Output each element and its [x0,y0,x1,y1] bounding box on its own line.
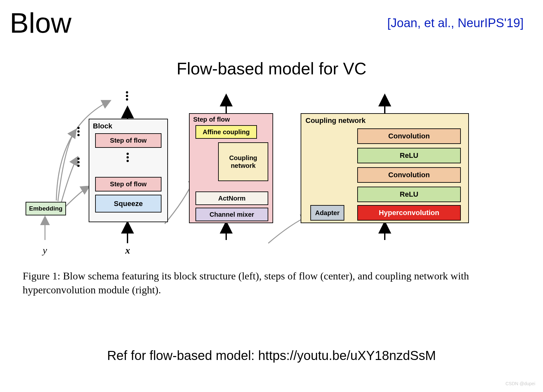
relu-label: ReLU [400,190,418,199]
squeeze-box: Squeeze [95,195,161,212]
ellipsis-icon [127,153,129,162]
actnorm-box: ActNorm [195,191,268,205]
watermark: CSDN @dupei [505,381,535,386]
x-label: x [125,245,130,256]
figure-diagram: Embedding Block Step of flow Step of flo… [19,88,524,259]
step-of-flow-title: Step of flow [193,116,230,123]
reference-line: Ref for flow-based model: https://youtu.… [0,348,543,363]
step-label: Step of flow [110,137,147,144]
relu-box: ReLU [357,148,461,163]
ellipsis-icon [126,91,128,101]
affine-label: Affine coupling [203,128,250,136]
ellipsis-icon [77,158,80,167]
adapter-label: Adapter [315,209,340,217]
coupling-network-box: Coupling network [218,142,268,181]
mixer-label: Channel mixer [210,211,254,218]
relu-label: ReLU [400,151,418,160]
slide-subtitle: Flow-based model for VC [0,59,543,78]
coupling-network-title: Coupling network [305,116,366,125]
convolution-box: Convolution [357,128,461,144]
adapter-box: Adapter [310,205,344,221]
convolution-box: Convolution [357,167,461,183]
block-title: Block [93,122,112,130]
embedding-box: Embedding [26,202,66,215]
citation: [Joan, et al., NeurIPS'19] [387,16,524,30]
slide-header: Blow [Joan, et al., NeurIPS'19] [0,0,543,43]
figure-caption: Figure 1: Blow schema featuring its bloc… [0,259,543,297]
relu-box: ReLU [357,187,461,202]
step-of-flow-box: Step of flow [95,133,161,148]
squeeze-label: Squeeze [114,200,143,208]
conv-label: Convolution [388,132,430,140]
slide-title: Blow [10,6,72,39]
affine-coupling-box: Affine coupling [195,125,257,139]
coupling-label: Coupling network [219,154,268,169]
ellipsis-icon [77,127,80,136]
actnorm-label: ActNorm [218,195,245,202]
hyperconvolution-box: Hyperconvolution [357,205,461,221]
step-label: Step of flow [110,180,147,188]
hyper-label: Hyperconvolution [379,209,439,217]
y-label: y [43,245,47,256]
conv-label: Convolution [388,171,430,179]
channel-mixer-box: Channel mixer [195,208,268,221]
step-of-flow-box: Step of flow [95,177,161,191]
embedding-label: Embedding [29,205,62,212]
